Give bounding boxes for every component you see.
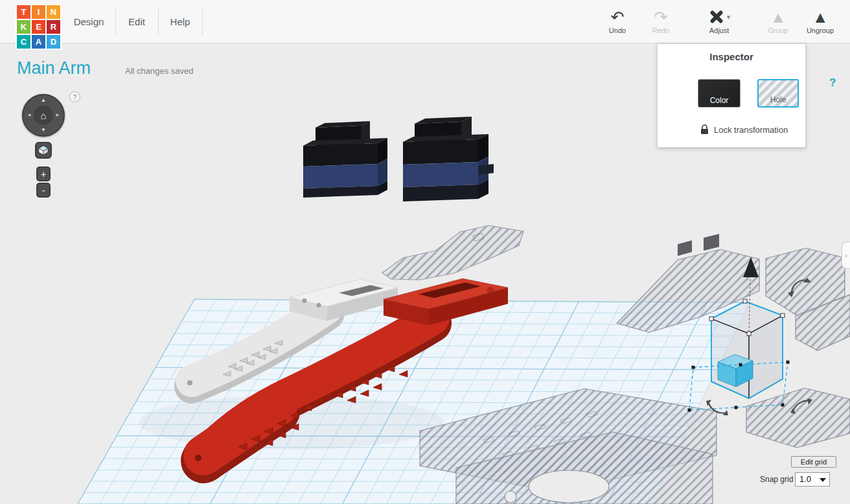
undo-icon: ↶ — [599, 7, 636, 27]
redo-button[interactable]: ↷ Redo — [643, 7, 679, 34]
menu-help-label: Help — [170, 16, 190, 27]
menu-divider — [158, 8, 159, 36]
snap-grid-value: 1.0 — [799, 474, 811, 484]
color-swatch[interactable]: Color — [698, 79, 741, 108]
view-navigation-dial[interactable]: ▲ ▼ ◄ ► ⌂ — [22, 94, 65, 137]
group-icon: ▲ — [759, 7, 797, 27]
group-button[interactable]: ▲ Group — [759, 7, 797, 34]
group-label: Group — [759, 27, 797, 34]
logo-tile: A — [32, 35, 45, 49]
logo-tile: N — [47, 5, 60, 19]
redo-label: Redo — [643, 27, 679, 34]
adjust-button[interactable]: ▾ Adjust — [698, 7, 740, 34]
rotate-left-arrow[interactable]: ◄ — [27, 113, 32, 118]
rotate-right-arrow[interactable]: ► — [55, 113, 60, 118]
inspector-panel: Inspector Color Hole Lock transformation — [657, 43, 806, 148]
logo-tile: K — [17, 20, 30, 34]
redo-icon: ↷ — [643, 7, 679, 27]
rotate-up-arrow[interactable]: ▲ — [41, 98, 46, 103]
design-title[interactable]: Main Arm — [17, 58, 91, 78]
home-view-button[interactable]: ⌂ — [34, 106, 53, 125]
snap-grid-label: Snap grid — [760, 475, 793, 484]
lock-icon — [700, 124, 709, 135]
ungroup-button[interactable]: ▲ Ungroup — [801, 7, 839, 34]
cube-icon — [38, 145, 49, 155]
edit-grid-button[interactable]: Edit grid — [791, 456, 836, 468]
logo-tile: T — [17, 5, 30, 19]
servo-object[interactable] — [303, 121, 387, 198]
menu-divider — [115, 8, 116, 36]
logo-tile: E — [32, 20, 45, 34]
tinkercad-logo[interactable]: TINKERCAD — [16, 4, 62, 50]
chevron-down-icon — [820, 478, 826, 482]
menu-design[interactable]: Design — [67, 0, 110, 43]
inspector-help-button[interactable]: ? — [829, 76, 836, 89]
color-swatch-label: Color — [698, 96, 740, 105]
hole-swatch-label: Hole — [759, 95, 798, 104]
hole-object[interactable] — [382, 225, 523, 280]
logo-tile: R — [47, 20, 60, 34]
help-badge[interactable]: ? — [69, 91, 80, 102]
adjust-tools-icon — [708, 9, 725, 25]
menu-edit[interactable]: Edit — [120, 0, 154, 43]
lock-transformation-label: Lock transformation — [714, 125, 788, 135]
undo-button[interactable]: ↶ Undo — [599, 7, 636, 34]
logo-tile: I — [32, 5, 45, 19]
inspector-title: Inspector — [658, 51, 805, 62]
lock-transformation-toggle[interactable]: Lock transformation — [700, 124, 788, 135]
fit-view-button[interactable] — [35, 142, 52, 159]
menu-design-label: Design — [74, 16, 104, 27]
save-status: All changes saved — [125, 66, 194, 76]
hole-swatch[interactable]: Hole — [757, 79, 799, 108]
zoom-out-button[interactable]: - — [36, 183, 51, 198]
adjust-caret-icon: ▾ — [727, 13, 731, 21]
menu-divider — [202, 8, 203, 36]
ungroup-icon: ▲ — [801, 7, 839, 27]
zoom-in-button[interactable]: + — [36, 166, 51, 181]
menu-help[interactable]: Help — [163, 0, 197, 43]
snap-grid-select[interactable]: 1.0 — [795, 472, 830, 487]
servo-object[interactable] — [403, 117, 494, 201]
adjust-label: Adjust — [698, 27, 740, 34]
logo-tile: D — [47, 35, 60, 49]
hole-object[interactable] — [746, 388, 850, 448]
undo-label: Undo — [599, 27, 636, 34]
chevron-right-icon: › — [845, 251, 847, 259]
ungroup-label: Ungroup — [801, 27, 839, 34]
menu-edit-label: Edit — [128, 16, 145, 27]
logo-tile: C — [17, 35, 30, 49]
panel-expand-tab[interactable]: › — [842, 242, 850, 269]
rotate-down-arrow[interactable]: ▼ — [41, 128, 46, 133]
